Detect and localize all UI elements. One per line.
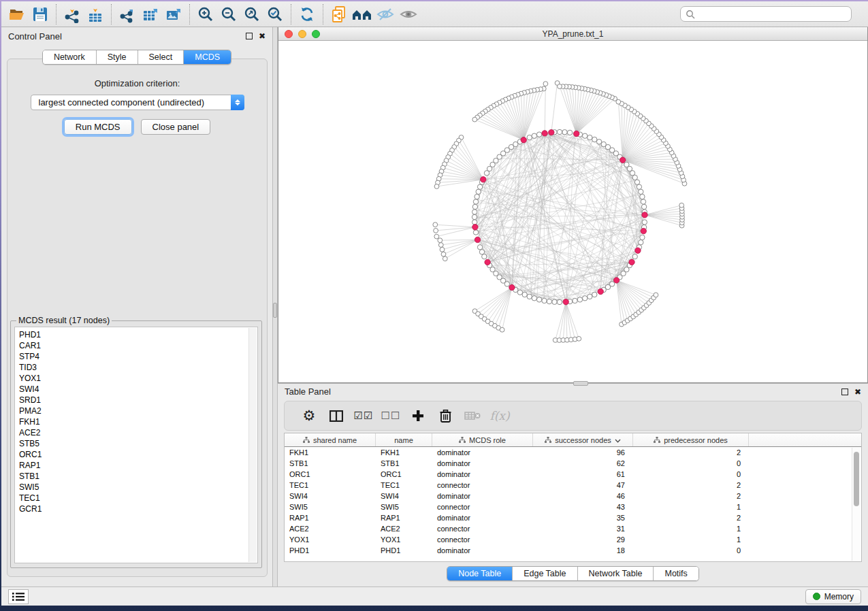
table-row[interactable]: ACE2ACE2connector311 [285,523,861,534]
table-scrollbar[interactable] [852,448,861,561]
table-cell[interactable]: 0 [633,470,749,478]
import-table-button[interactable] [84,3,107,25]
table-cell[interactable]: 2 [633,492,749,500]
float-table-panel-icon[interactable] [841,389,848,395]
mcds-result-item[interactable]: RAP1 [19,460,253,471]
table-cell[interactable]: 96 [533,448,633,457]
table-cell[interactable]: 62 [533,459,633,467]
mcds-result-item[interactable]: SRD1 [19,395,253,406]
column-header-shared-name[interactable]: shared name [285,433,376,446]
table-cell[interactable]: 61 [533,470,633,478]
table-row[interactable]: YOX1YOX1connector291 [285,534,861,545]
table-row[interactable]: SWI5SWI5connector431 [285,501,861,512]
table-cell[interactable]: 43 [533,503,633,511]
new-network-from-selection-button[interactable] [327,3,351,25]
table-row[interactable]: ORC1ORC1dominator610 [285,469,861,480]
vertical-splitter[interactable] [272,27,278,587]
export-image-button[interactable] [162,3,185,25]
table-cell[interactable]: FKH1 [285,448,376,457]
mcds-result-item[interactable]: ORC1 [19,449,253,460]
splitter-handle[interactable] [273,303,277,318]
table-cell[interactable]: dominator [432,448,533,457]
criterion-dropdown[interactable]: largest connected component (undirected) [31,95,244,110]
sort-chevron-down-icon[interactable] [615,436,621,444]
table-cell[interactable]: RAP1 [285,514,376,522]
show-column-button[interactable] [323,406,350,426]
table-row[interactable]: FKH1FKH1dominator962 [285,447,861,458]
tab-motifs[interactable]: Motifs [654,567,698,580]
table-cell[interactable]: 2 [633,448,749,457]
table-row[interactable]: SWI4SWI4dominator462 [285,491,861,501]
table-cell[interactable]: connector [432,535,533,544]
table-cell[interactable]: ORC1 [285,470,376,478]
mcds-result-item[interactable]: STB5 [19,438,253,449]
close-panel-button[interactable]: Close panel [141,119,211,135]
zoom-fit-button[interactable] [240,3,263,25]
select-all-checkboxes-button[interactable]: ☑☑ [350,406,377,426]
mcds-result-item[interactable]: TEC1 [19,493,253,503]
table-options-button[interactable]: ⚙ [295,406,323,426]
tab-node-table[interactable]: Node Table [447,567,513,580]
tab-select[interactable]: Select [138,50,184,64]
table-cell[interactable]: 2 [633,481,749,489]
table-cell[interactable]: ACE2 [285,525,376,533]
refresh-view-button[interactable] [295,3,319,25]
mcds-result-item[interactable]: PHD1 [19,329,253,340]
export-network-button[interactable] [116,3,139,25]
mcds-result-item[interactable]: SWI4 [19,384,253,395]
open-file-button[interactable] [5,3,29,25]
table-cell[interactable]: connector [432,481,533,489]
table-cell[interactable]: ACE2 [376,525,432,533]
network-canvas[interactable] [278,41,867,382]
mcds-result-item[interactable]: CAR1 [19,340,253,351]
search-input[interactable] [698,10,846,19]
mcds-result-item[interactable]: YOX1 [19,373,253,384]
mcds-result-item[interactable]: SWI5 [19,482,253,493]
table-cell[interactable]: dominator [432,514,533,522]
table-cell[interactable]: dominator [432,546,533,555]
table-cell[interactable]: 18 [533,546,633,555]
network-graph[interactable] [278,41,867,382]
tab-network[interactable]: Network [43,50,97,64]
zoom-out-button[interactable] [217,3,240,25]
table-cell[interactable]: 47 [533,481,633,489]
add-column-button[interactable] [404,406,432,426]
table-cell[interactable]: SWI4 [285,492,376,500]
mcds-result-item[interactable]: TID3 [19,362,253,373]
table-cell[interactable]: 35 [533,514,633,522]
tab-mcds[interactable]: MCDS [184,50,231,64]
table-cell[interactable]: dominator [432,459,533,467]
mcds-list-scrollbar[interactable] [248,328,257,562]
memory-button[interactable]: Memory [805,589,861,604]
deselect-all-checkboxes-button[interactable]: ☐☐ [377,406,404,426]
task-history-button[interactable] [8,589,29,604]
table-cell[interactable]: PHD1 [376,546,432,555]
column-header-predecessor-nodes[interactable]: predecessor nodes [633,433,749,446]
table-cell[interactable]: TEC1 [376,481,432,489]
table-cell[interactable]: SWI5 [376,503,432,511]
table-cell[interactable]: TEC1 [285,481,376,489]
import-network-button[interactable] [61,3,84,25]
table-cell[interactable]: ORC1 [376,470,432,478]
table-scrollbar-thumb[interactable] [854,452,859,506]
table-cell[interactable]: 1 [633,535,749,544]
table-cell[interactable]: 31 [533,525,633,533]
mcds-result-item[interactable]: GCR1 [19,503,253,514]
column-header-successor-nodes[interactable]: successor nodes [533,433,633,446]
mcds-result-item[interactable]: STB1 [19,471,253,482]
table-cell[interactable]: RAP1 [376,514,432,522]
table-cell[interactable]: dominator [432,492,533,500]
zoom-in-button[interactable] [194,3,217,25]
delete-column-button[interactable] [432,406,459,426]
mcds-result-item[interactable]: PMA2 [19,406,253,416]
column-header-name[interactable]: name [376,433,432,446]
delete-table-button[interactable] [459,406,486,426]
table-cell[interactable]: SWI5 [285,503,376,511]
table-cell[interactable]: 29 [533,535,633,544]
close-table-panel-icon[interactable]: ✖ [854,389,861,395]
mcds-result-item[interactable]: STP4 [19,351,253,362]
table-cell[interactable]: FKH1 [376,448,432,457]
table-cell[interactable]: 1 [633,525,749,533]
table-cell[interactable]: 2 [633,514,749,522]
float-panel-icon[interactable] [246,33,253,39]
